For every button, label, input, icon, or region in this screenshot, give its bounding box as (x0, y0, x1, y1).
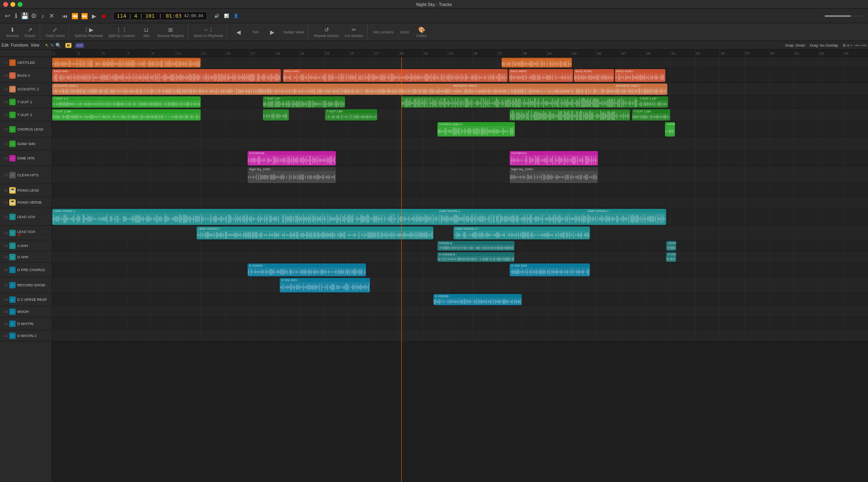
track-header-36[interactable]: 36 ♪ D PRE CHORUS (0, 263, 52, 277)
split-locators-button[interactable]: ⋮⋮ Split by Locators (106, 26, 138, 39)
record-button[interactable]: ⏺ (100, 12, 108, 20)
close-button[interactable] (3, 2, 8, 7)
track-header-32[interactable]: 32 ♪ LEAD VOX (0, 208, 52, 226)
track-lane-40[interactable] (52, 317, 868, 330)
track-header-33[interactable]: 33 ♪ LEAD VOX (0, 226, 52, 240)
view-options[interactable]: ≡ (847, 43, 849, 48)
minimize-button[interactable] (10, 2, 15, 7)
clip-34-0[interactable]: VOX#01.8 ◦ (437, 241, 514, 251)
track-header-19[interactable]: 19 ♪ ACOUSTIC 2 (0, 83, 52, 96)
track-lane-38[interactable]: D VOX#03 ◦ (52, 293, 868, 306)
mode-button[interactable]: ⟷ (75, 43, 84, 48)
track-header-35[interactable]: 35 ♪ D AHH (0, 251, 52, 263)
track-lane-31[interactable] (52, 197, 868, 208)
track-header-30[interactable]: 30 🎹 PIANO LEAD (0, 184, 52, 197)
bounce-button[interactable]: ⬇ Bounce (4, 26, 21, 39)
clip-35-1[interactable]: D VOX#02.7 ◦ (666, 252, 676, 262)
track-header-38[interactable]: 38 ♪ D 2 VERSE RESP (0, 293, 52, 306)
clip-35-0[interactable]: D VOX#02.6 ◦ (437, 252, 514, 262)
info-icon[interactable]: ℹ (12, 12, 20, 20)
track-header-24[interactable]: 24 ♪ DIME HITs (0, 150, 52, 166)
clip-36-0[interactable]: D VOX#01 ◦ (248, 263, 366, 276)
track-lane-18[interactable]: BASS A#01 ◦BASS A#02 ◦BASS AB#02BASS AC#… (52, 68, 868, 83)
clip-33-1[interactable]: LEAD VOX#03.17 ◦ (453, 227, 590, 239)
track-lane-37[interactable]: D VOX 2#01 ◦ (52, 277, 868, 293)
clip-32-1[interactable]: LEAD VOX#01.1 ◦ (437, 209, 496, 225)
zoom-tool[interactable]: 🔍 (55, 43, 61, 48)
track-header-21[interactable]: 21 ♪ T GUIT 2 (0, 108, 52, 121)
track-zoom-button[interactable]: ⤢ Track Zoom (43, 26, 67, 39)
track-lane-33[interactable]: LEAD VOX#03.7 ◦LEAD VOX#03.17 ◦ (52, 226, 868, 240)
cpu-icon[interactable]: 📊 (222, 12, 230, 20)
split-playhead-button[interactable]: ⋮▶ Split by Playhead (72, 26, 105, 39)
track-lane-32[interactable]: LEAD VOX#01.1 ◦LEAD VOX#01.1 ◦LEAD VOX#0… (52, 208, 868, 226)
settings-icon[interactable]: ⚙ (30, 12, 38, 20)
track-header-23[interactable]: 23 ♪ Guitar Solo (0, 137, 52, 150)
transport-display[interactable]: 114 | 4 | 101 | 01:03 42:00.04 (113, 12, 207, 20)
clip-21-3[interactable] (510, 109, 630, 120)
clip-37-0[interactable]: D VOX 2#01 ◦ (280, 278, 370, 292)
clip-20-3[interactable] (510, 96, 638, 108)
track-lane-34[interactable]: VOX#01.8 ◦VOX#01.7 ◦ (52, 240, 868, 251)
expand-right[interactable]: ⟹ (861, 43, 866, 47)
track-header-22[interactable]: 22 ♪ CHORUS LEAD (0, 121, 52, 137)
track-header-20[interactable]: 20 ♪ T GUIT 1 (0, 96, 52, 108)
clip-25-0[interactable]: Night Sky_10#01 ◦ (248, 167, 336, 183)
track-lane-20[interactable]: T GUIT 1.3 ◦T GUIT 1.87 ◦T GUIT 1.167 ◦ (52, 96, 868, 108)
clip-22-1[interactable]: CHORUS LEA... (665, 122, 675, 137)
go-to-end-button[interactable]: ⏩ (80, 12, 88, 20)
clip-17-1[interactable] (502, 58, 572, 67)
clip-25-1[interactable]: Night Sky_10#02 ◦ (510, 167, 598, 183)
play-button[interactable]: ▶ (90, 12, 98, 20)
cut-section-button[interactable]: ✂ Cut Section (342, 26, 366, 39)
user-icon[interactable]: 👤 (232, 12, 240, 20)
clip-34-1[interactable]: VOX#01.7 ◦ (666, 241, 676, 251)
export-button[interactable]: ↗ Export (22, 26, 38, 39)
bounce-icon[interactable]: ↩ (3, 12, 11, 20)
join-button[interactable]: ⊔ Join (138, 26, 154, 39)
traffic-lights[interactable] (3, 2, 22, 7)
clip-22-0[interactable]: CHORUS LEAD.3 ◦ (437, 122, 515, 137)
clip-18-4[interactable]: BASS AD#01 ◦ (615, 69, 665, 82)
track-lane-36[interactable]: D VOX#01 ◦D VOX 2#02 ◦ (52, 263, 868, 277)
track-header-25[interactable]: 25 ♪ CLEAN HITS (0, 166, 52, 184)
zoom-button[interactable]: Zoom (396, 29, 413, 35)
set-locators-button[interactable]: Set Locators (371, 29, 396, 35)
pencil-tool[interactable]: ✎ (50, 43, 54, 48)
clip-19-0[interactable]: ACOUSTIC 2#02.2 ◦ (52, 84, 666, 95)
track-lane-22[interactable]: CHORUS LEAD.3 ◦CHORUS LEA... (52, 121, 868, 137)
track-header-37[interactable]: 37 ♪ RECORD SHOW (0, 277, 52, 293)
clip-21-2[interactable]: T GUIT 2.85 ◦ (325, 109, 377, 120)
clip-18-1[interactable]: BASS A#02 ◦ (283, 69, 508, 82)
clip-32-0[interactable]: LEAD VOX#01.1 ◦ (52, 209, 665, 225)
track-header-18[interactable]: 18 ♪ BASS A (0, 68, 52, 83)
track-header-34[interactable]: 34 ♪ A AHH (0, 240, 52, 251)
metronome-icon[interactable]: ♪ (39, 12, 47, 20)
clip-21-1[interactable] (263, 109, 289, 120)
save-icon[interactable]: 💾 (21, 12, 29, 20)
clip-19-2[interactable]: ACOUSTIC 2#02.2 ◦ (614, 84, 667, 95)
clip-36-1[interactable]: D VOX 2#02 ◦ (510, 263, 590, 276)
track-lane-25[interactable]: Night Sky_10#01 ◦Night Sky_10#02 ◦ (52, 166, 868, 184)
track-lane-23[interactable] (52, 137, 868, 150)
clip-33-0[interactable]: LEAD VOX#03.7 ◦ (197, 227, 433, 239)
overlap-icon[interactable]: ⊞ (843, 43, 846, 47)
track-lane-24[interactable]: GUITAR#08 ◦GUITAR#10 ◦ (52, 150, 868, 166)
clip-24-1[interactable]: GUITAR#10 ◦ (510, 151, 598, 165)
repeat-section-button[interactable]: ↺ Repeat Section (312, 26, 342, 39)
tick-button[interactable]: Tick (247, 29, 263, 35)
clip-19-1[interactable]: ACOUSTIC 2#02.2 ◦ (451, 84, 508, 95)
bounce-regions-button[interactable]: ⊞ Bounce Regions (155, 26, 186, 39)
track-lane-19[interactable]: ACOUSTIC 2#02.2 ◦ACOUSTIC 2#02.2 ◦ACOUST… (52, 83, 868, 96)
move-to-playhead-button[interactable]: →⋮ Move to Playhead (191, 26, 225, 39)
zoom-in[interactable]: + (850, 43, 852, 47)
track-lane-35[interactable]: D VOX#02.6 ◦D VOX#02.7 ◦ (52, 251, 868, 263)
clip-17-0[interactable] (52, 58, 201, 67)
clip-20-1[interactable]: T GUIT 1.87 ◦ (263, 96, 345, 108)
clip-21-0[interactable]: T GUIT 2.198 ◦ (52, 109, 201, 120)
clip-18-2[interactable]: BASS AB#02 (509, 69, 573, 82)
fullscreen-button[interactable] (18, 2, 22, 7)
clip-21-4[interactable]: T GUIT 2.165 ◦ (632, 109, 670, 120)
track-lane-21[interactable]: T GUIT 2.198 ◦T GUIT 2.85 ◦T GUIT 2.165 … (52, 108, 868, 121)
expand-left[interactable]: ⟸ (855, 43, 860, 47)
